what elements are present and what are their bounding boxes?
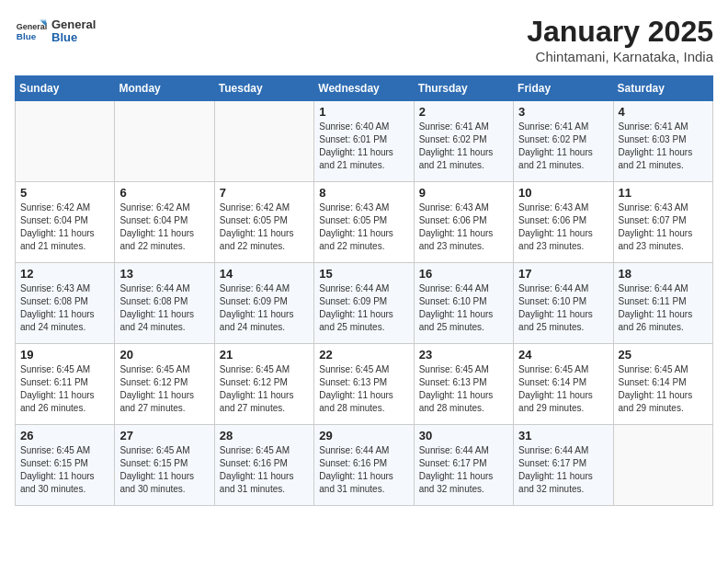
day-number: 16 [419,267,508,281]
day-info: Sunrise: 6:45 AMSunset: 6:12 PMDaylight:… [220,363,309,415]
calendar-cell: 26Sunrise: 6:45 AMSunset: 6:15 PMDayligh… [16,425,115,506]
day-number: 17 [518,267,608,281]
day-number: 23 [419,348,508,362]
day-info: Sunrise: 6:44 AMSunset: 6:17 PMDaylight:… [419,444,508,496]
calendar-cell: 7Sunrise: 6:42 AMSunset: 6:05 PMDaylight… [214,182,313,263]
day-number: 3 [518,105,608,119]
location-subtitle: Chintamani, Karnataka, India [527,49,713,64]
day-info: Sunrise: 6:45 AMSunset: 6:16 PMDaylight:… [220,444,309,496]
day-number: 13 [119,267,209,281]
calendar-cell: 31Sunrise: 6:44 AMSunset: 6:17 PMDayligh… [514,425,613,506]
calendar-cell: 23Sunrise: 6:45 AMSunset: 6:13 PMDayligh… [414,344,513,425]
header-thursday: Thursday [414,76,513,101]
day-info: Sunrise: 6:44 AMSunset: 6:17 PMDaylight:… [518,444,608,496]
day-number: 9 [419,186,508,200]
day-info: Sunrise: 6:44 AMSunset: 6:10 PMDaylight:… [419,282,508,334]
day-number: 5 [20,186,109,200]
day-number: 26 [20,429,109,442]
calendar-header-row: SundayMondayTuesdayWednesdayThursdayFrid… [16,76,713,101]
day-number: 19 [20,348,109,362]
calendar-cell: 18Sunrise: 6:44 AMSunset: 6:11 PMDayligh… [613,263,712,344]
day-number: 7 [220,186,309,200]
calendar-cell: 28Sunrise: 6:45 AMSunset: 6:16 PMDayligh… [214,425,313,506]
day-info: Sunrise: 6:44 AMSunset: 6:08 PMDaylight:… [119,282,209,334]
day-info: Sunrise: 6:41 AMSunset: 6:02 PMDaylight:… [419,121,508,172]
day-info: Sunrise: 6:43 AMSunset: 6:07 PMDaylight:… [619,201,708,253]
header-wednesday: Wednesday [314,76,414,101]
svg-text:Blue: Blue [17,31,37,41]
day-number: 25 [619,348,708,362]
day-number: 22 [319,348,408,362]
day-info: Sunrise: 6:45 AMSunset: 6:15 PMDaylight:… [20,444,109,496]
day-info: Sunrise: 6:40 AMSunset: 6:01 PMDaylight:… [319,121,408,172]
day-number: 24 [518,348,608,362]
month-title: January 2025 [527,15,713,49]
day-number: 29 [319,429,408,442]
day-info: Sunrise: 6:41 AMSunset: 6:02 PMDaylight:… [518,121,608,172]
day-info: Sunrise: 6:44 AMSunset: 6:10 PMDaylight:… [518,282,608,334]
title-block: January 2025 Chintamani, Karnataka, Indi… [527,15,713,64]
day-number: 12 [20,267,109,281]
day-number: 2 [419,105,508,119]
calendar-cell [115,101,214,182]
logo-blue-text: Blue [51,31,96,44]
calendar-table: SundayMondayTuesdayWednesdayThursdayFrid… [15,75,713,506]
day-info: Sunrise: 6:43 AMSunset: 6:06 PMDaylight:… [518,201,608,253]
day-info: Sunrise: 6:45 AMSunset: 6:12 PMDaylight:… [119,363,209,415]
day-info: Sunrise: 6:44 AMSunset: 6:09 PMDaylight:… [319,282,408,334]
header-tuesday: Tuesday [214,76,313,101]
day-number: 4 [619,105,708,119]
day-number: 30 [419,429,508,442]
calendar-cell: 5Sunrise: 6:42 AMSunset: 6:04 PMDaylight… [16,182,115,263]
calendar-cell: 14Sunrise: 6:44 AMSunset: 6:09 PMDayligh… [214,263,313,344]
day-info: Sunrise: 6:44 AMSunset: 6:16 PMDaylight:… [319,444,408,496]
header-monday: Monday [115,76,214,101]
day-info: Sunrise: 6:44 AMSunset: 6:11 PMDaylight:… [619,282,708,334]
day-number: 8 [319,186,408,200]
header-friday: Friday [514,76,613,101]
logo: General Blue General Blue [15,15,96,48]
calendar-cell: 13Sunrise: 6:44 AMSunset: 6:08 PMDayligh… [115,263,214,344]
day-info: Sunrise: 6:45 AMSunset: 6:14 PMDaylight:… [619,363,708,415]
calendar-cell: 30Sunrise: 6:44 AMSunset: 6:17 PMDayligh… [414,425,513,506]
day-number: 11 [619,186,708,200]
logo-icon: General Blue [15,15,48,48]
calendar-cell: 19Sunrise: 6:45 AMSunset: 6:11 PMDayligh… [16,344,115,425]
day-number: 18 [619,267,708,281]
calendar-cell: 20Sunrise: 6:45 AMSunset: 6:12 PMDayligh… [115,344,214,425]
calendar-cell [16,101,115,182]
day-info: Sunrise: 6:45 AMSunset: 6:15 PMDaylight:… [119,444,209,496]
calendar-week-row: 1Sunrise: 6:40 AMSunset: 6:01 PMDaylight… [16,101,713,182]
day-info: Sunrise: 6:45 AMSunset: 6:11 PMDaylight:… [20,363,109,415]
day-number: 31 [518,429,608,442]
day-number: 10 [518,186,608,200]
day-number: 6 [119,186,209,200]
day-info: Sunrise: 6:45 AMSunset: 6:13 PMDaylight:… [319,363,408,415]
day-info: Sunrise: 6:43 AMSunset: 6:06 PMDaylight:… [419,201,508,253]
calendar-cell: 16Sunrise: 6:44 AMSunset: 6:10 PMDayligh… [414,263,513,344]
calendar-cell [214,101,313,182]
page-header: General Blue General Blue January 2025 C… [15,15,713,64]
day-number: 28 [220,429,309,442]
calendar-cell: 29Sunrise: 6:44 AMSunset: 6:16 PMDayligh… [314,425,414,506]
day-number: 14 [220,267,309,281]
day-number: 1 [319,105,408,119]
calendar-week-row: 26Sunrise: 6:45 AMSunset: 6:15 PMDayligh… [16,425,713,506]
day-number: 20 [119,348,209,362]
header-saturday: Saturday [613,76,712,101]
calendar-cell [613,425,712,506]
calendar-cell: 27Sunrise: 6:45 AMSunset: 6:15 PMDayligh… [115,425,214,506]
calendar-week-row: 12Sunrise: 6:43 AMSunset: 6:08 PMDayligh… [16,263,713,344]
logo-general-text: General [51,18,96,31]
calendar-cell: 15Sunrise: 6:44 AMSunset: 6:09 PMDayligh… [314,263,414,344]
day-number: 27 [119,429,209,442]
calendar-cell: 10Sunrise: 6:43 AMSunset: 6:06 PMDayligh… [514,182,613,263]
day-number: 15 [319,267,408,281]
day-info: Sunrise: 6:44 AMSunset: 6:09 PMDaylight:… [220,282,309,334]
day-info: Sunrise: 6:41 AMSunset: 6:03 PMDaylight:… [619,121,708,172]
day-info: Sunrise: 6:42 AMSunset: 6:05 PMDaylight:… [220,201,309,253]
calendar-cell: 2Sunrise: 6:41 AMSunset: 6:02 PMDaylight… [414,101,513,182]
calendar-cell: 12Sunrise: 6:43 AMSunset: 6:08 PMDayligh… [16,263,115,344]
header-sunday: Sunday [16,76,115,101]
day-info: Sunrise: 6:43 AMSunset: 6:08 PMDaylight:… [20,282,109,334]
